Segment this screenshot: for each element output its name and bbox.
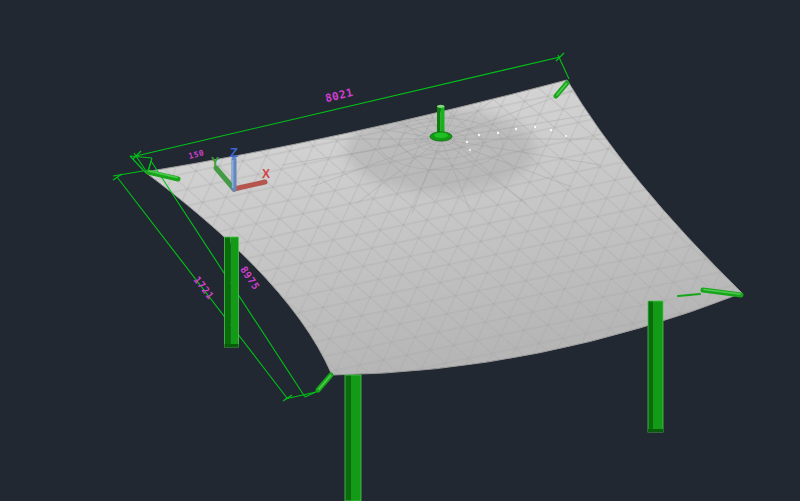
ucs-x-label: X [262, 167, 270, 181]
column-right[interactable] [648, 301, 663, 432]
cad-viewport: 8021 1721 8975 150 [0, 0, 800, 501]
viewport-canvas[interactable]: 8021 1721 8975 150 [0, 0, 800, 501]
ucs-y-label: Y [211, 155, 219, 169]
column-front-center[interactable] [345, 375, 361, 501]
column-front-left[interactable] [225, 237, 239, 347]
ucs-z-label: Z [230, 145, 238, 160]
